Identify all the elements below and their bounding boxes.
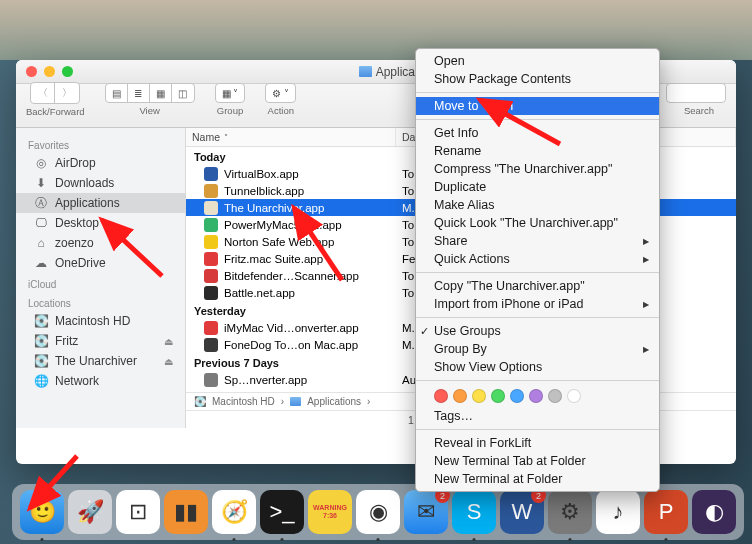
tag-color[interactable] (491, 389, 505, 403)
dock-safari[interactable]: 🧭 (212, 490, 256, 534)
sidebar-item-downloads[interactable]: ⬇Downloads (16, 173, 185, 193)
ctx-compress[interactable]: Compress "The Unarchiver.app" (416, 160, 659, 178)
app-icon (204, 167, 218, 181)
svg-line-0 (30, 456, 77, 508)
eject-icon[interactable]: ⏏ (164, 356, 173, 367)
sidebar-item-label: Network (55, 374, 99, 388)
dock-activity[interactable]: WARNING 7:36 (308, 490, 352, 534)
ctx-import-ios[interactable]: Import from iPhone or iPad (416, 295, 659, 313)
app-icon (204, 184, 218, 198)
running-indicator (41, 538, 44, 541)
sidebar-item-the-unarchiver[interactable]: 💽The Unarchiver⏏ (16, 351, 185, 371)
minimize-icon[interactable] (44, 66, 55, 77)
close-icon[interactable] (26, 66, 37, 77)
dock-eclipse[interactable]: ◐ (692, 490, 736, 534)
app-icon (204, 338, 218, 352)
file-name: FoneDog To…on Mac.app (224, 339, 358, 351)
sidebar-item-airdrop[interactable]: ◎AirDrop (16, 153, 185, 173)
sidebar-item-fritz[interactable]: 💽Fritz⏏ (16, 331, 185, 351)
view-label: View (139, 105, 159, 116)
dock-itunes[interactable]: ♪ (596, 490, 640, 534)
ctx-show-view-options[interactable]: Show View Options (416, 358, 659, 376)
ctx-use-groups[interactable]: Use Groups (416, 322, 659, 340)
tag-color[interactable] (453, 389, 467, 403)
ctx-duplicate[interactable]: Duplicate (416, 178, 659, 196)
annotation-arrow (12, 456, 82, 530)
cloud-icon: ☁ (34, 256, 48, 270)
sidebar-locations-header: Locations (16, 292, 185, 311)
dock-powerpoint[interactable]: P (644, 490, 688, 534)
annotation-arrow (470, 94, 570, 158)
eject-icon[interactable]: ⏏ (164, 336, 173, 347)
ctx-open[interactable]: Open (416, 52, 659, 70)
annotation-arrow (282, 200, 362, 294)
search-field[interactable] (666, 83, 726, 103)
dock-skype[interactable]: S (452, 490, 496, 534)
app-icon (204, 321, 218, 335)
file-name: Tunnelblick.app (224, 185, 304, 197)
ctx-new-terminal-tab[interactable]: New Terminal Tab at Folder (416, 452, 659, 470)
dock-terminal[interactable]: >_ (260, 490, 304, 534)
ctx-new-terminal[interactable]: New Terminal at Folder (416, 470, 659, 488)
app-icon (204, 252, 218, 266)
dock-forklift[interactable]: ▮▮ (164, 490, 208, 534)
disk-icon: 💽 (34, 334, 48, 348)
svg-line-3 (480, 100, 560, 144)
sidebar-item-label: zoenzo (55, 236, 94, 250)
ctx-make-alias[interactable]: Make Alias (416, 196, 659, 214)
zoom-icon[interactable] (62, 66, 73, 77)
tag-color[interactable] (434, 389, 448, 403)
ctx-quick-look[interactable]: Quick Look "The Unarchiver.app" (416, 214, 659, 232)
svg-line-2 (294, 208, 342, 280)
dock-chrome[interactable]: ◉ (356, 490, 400, 534)
dock-mail[interactable]: ✉2 (404, 490, 448, 534)
dock: 🙂🚀⊡▮▮🧭>_WARNING 7:36◉✉2SW2⚙♪P◐ (12, 484, 744, 540)
ctx-copy[interactable]: Copy "The Unarchiver.app" (416, 277, 659, 295)
app-icon (204, 269, 218, 283)
sidebar-item-network[interactable]: 🌐Network (16, 371, 185, 391)
nav-buttons: 〈 〉 (30, 82, 80, 104)
dock-word[interactable]: W2 (500, 490, 544, 534)
ctx-tags-label[interactable]: Tags… (416, 407, 659, 425)
sidebar-favorites-header: Favorites (16, 134, 185, 153)
search-label: Search (678, 105, 714, 116)
group-label: Group (217, 105, 243, 116)
sidebar-item-label: AirDrop (55, 156, 96, 170)
tag-color[interactable] (567, 389, 581, 403)
ctx-tag-colors[interactable] (416, 385, 659, 407)
sidebar-item-macintosh-hd[interactable]: 💽Macintosh HD (16, 311, 185, 331)
col-name[interactable]: Name ˅ (186, 128, 396, 146)
ctx-share[interactable]: Share (416, 232, 659, 250)
ctx-show-package[interactable]: Show Package Contents (416, 70, 659, 88)
sidebar-item-applications[interactable]: ⒶApplications (16, 193, 185, 213)
app-icon (204, 218, 218, 232)
group-button[interactable]: ▦ ˅ (215, 83, 246, 103)
back-button[interactable]: 〈 (31, 83, 55, 103)
ctx-group-by[interactable]: Group By (416, 340, 659, 358)
sidebar-item-label: Applications (55, 196, 120, 210)
sidebar-item-label: Downloads (55, 176, 114, 190)
ctx-reveal-forklift[interactable]: Reveal in ForkLift (416, 434, 659, 452)
tag-color[interactable] (472, 389, 486, 403)
app-icon (204, 201, 218, 215)
disk-icon: 💽 (34, 354, 48, 368)
running-indicator (473, 538, 476, 541)
tag-color[interactable] (548, 389, 562, 403)
sidebar-item-label: Macintosh HD (55, 314, 130, 328)
nav-label: Back/Forward (26, 106, 85, 117)
net-icon: 🌐 (34, 374, 48, 388)
apps-icon: Ⓐ (34, 196, 48, 210)
action-button[interactable]: ⚙ ˅ (265, 83, 296, 103)
tag-color[interactable] (529, 389, 543, 403)
forward-button[interactable]: 〉 (55, 83, 79, 103)
view-switcher[interactable]: ▤≣▦◫ (105, 83, 195, 103)
running-indicator (569, 538, 572, 541)
running-indicator (281, 538, 284, 541)
annotation-arrow (92, 214, 172, 288)
disk-icon: 💽 (34, 314, 48, 328)
dock-screenshot[interactable]: ⊡ (116, 490, 160, 534)
file-name: VirtualBox.app (224, 168, 299, 180)
dock-settings[interactable]: ⚙ (548, 490, 592, 534)
ctx-quick-actions[interactable]: Quick Actions (416, 250, 659, 268)
tag-color[interactable] (510, 389, 524, 403)
